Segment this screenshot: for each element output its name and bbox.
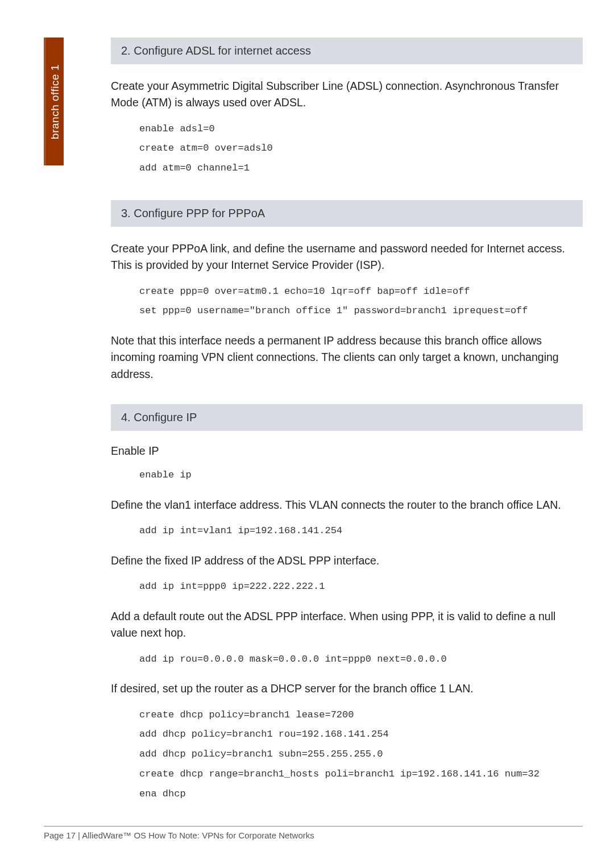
dhcp-code: create dhcp policy=branch1 lease=7200 ad… [139, 705, 583, 804]
section-2-header: 2. Configure ADSL for internet access [111, 38, 583, 64]
section-3-code: create ppp=0 over=atm0.1 echo=10 lqr=off… [139, 282, 583, 322]
section-2-code: enable adsl=0 create atm=0 over=adsl0 ad… [139, 119, 583, 179]
section-3-note: Note that this interface needs a permane… [111, 333, 583, 383]
vlan-text: Define the vlan1 interface address. This… [111, 497, 583, 513]
route-code: add ip rou=0.0.0.0 mask=0.0.0.0 int=ppp0… [139, 650, 583, 670]
vlan-code: add ip int=vlan1 ip=192.168.141.254 [139, 521, 583, 541]
footer-divider [44, 826, 583, 827]
section-2-intro: Create your Asymmetric Digital Subscribe… [111, 78, 583, 111]
route-text: Add a default route out the ADSL PPP int… [111, 608, 583, 642]
enable-ip-label: Enable IP [111, 445, 583, 458]
section-3-intro: Create your PPPoA link, and define the u… [111, 240, 583, 274]
section-4-header: 4. Configure IP [111, 404, 583, 431]
fixed-ip-code: add ip int=ppp0 ip=222.222.222.1 [139, 577, 583, 597]
section-3-header: 3. Configure PPP for PPPoA [111, 200, 583, 227]
dhcp-text: If desired, set up the router as a DHCP … [111, 680, 583, 697]
page-content: 2. Configure ADSL for internet access Cr… [111, 38, 583, 816]
sidebar-label: branch office 1 [49, 64, 61, 139]
sidebar-tab: branch office 1 [44, 38, 64, 165]
enable-ip-code: enable ip [139, 466, 583, 485]
fixed-ip-text: Define the fixed IP address of the ADSL … [111, 553, 583, 569]
footer-text: Page 17 | AlliedWare™ OS How To Note: VP… [44, 830, 314, 840]
